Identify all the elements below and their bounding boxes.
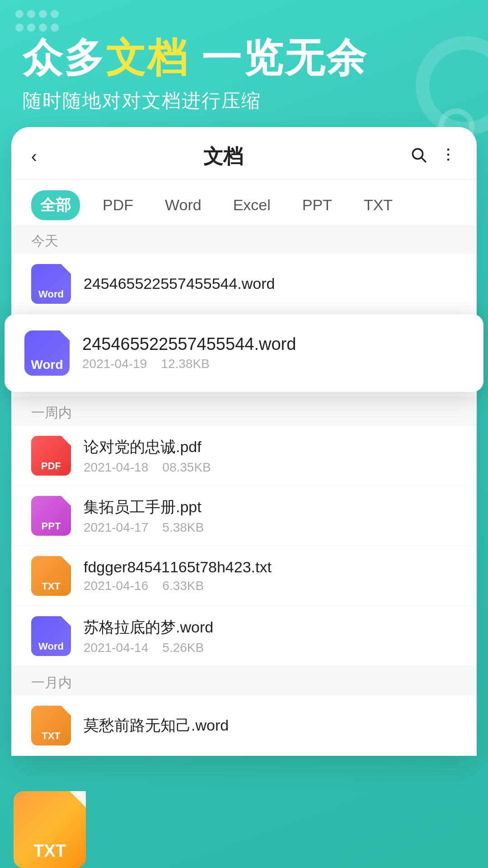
- file-icon-ppt: PPT: [31, 496, 71, 536]
- selected-file-meta: 2021-04-19 12.38KB: [82, 357, 464, 371]
- tab-word[interactable]: Word: [156, 192, 211, 218]
- section-label-week: 一周内: [11, 396, 477, 426]
- svg-point-3: [447, 148, 450, 151]
- file-name-preview: 245465522557455544.word: [84, 275, 457, 292]
- main-card: ‹ 文档 全部 PDF Word Excel PPT TXT 今天: [11, 127, 477, 756]
- hero-subtitle: 随时随地对对文档进行压缩: [23, 88, 465, 113]
- selected-file-date: 2021-04-19: [82, 357, 147, 371]
- svg-line-2: [422, 158, 426, 162]
- file-icon-txt2: TXT: [31, 706, 71, 745]
- hero-title-highlight: 文档: [106, 35, 189, 80]
- file-info-pdf: 论对党的忠诚.pdf 2021-04-18 08.35KB: [84, 437, 457, 475]
- section-label-month: 一月内: [11, 666, 477, 696]
- file-name-pdf: 论对党的忠诚.pdf: [84, 437, 457, 458]
- svg-point-5: [447, 159, 450, 161]
- file-info-last: 莫愁前路无知己.word: [84, 715, 457, 736]
- file-name-word2: 苏格拉底的梦.word: [84, 617, 457, 638]
- tab-ppt[interactable]: PPT: [293, 192, 341, 218]
- file-meta-word2: 2021-04-14 5.26KB: [84, 641, 457, 655]
- file-icon-pdf: PDF: [31, 436, 71, 476]
- file-name-ppt: 集拓员工手册.ppt: [84, 497, 457, 518]
- header-icons: [410, 146, 457, 167]
- selected-file-size: 12.38KB: [161, 357, 209, 371]
- floating-txt-icon: TXT: [14, 791, 86, 868]
- file-info-preview: 245465522557455544.word: [84, 275, 457, 292]
- selected-file-info: 245465522557455544.word 2021-04-19 12.38…: [82, 335, 464, 371]
- filter-tabs: 全部 PDF Word Excel PPT TXT: [11, 179, 477, 225]
- card-header: ‹ 文档: [11, 127, 477, 179]
- hero-title: 众多文档 一览无余: [23, 36, 465, 80]
- tab-txt[interactable]: TXT: [355, 192, 402, 218]
- list-item[interactable]: PPT 集拓员工手册.ppt 2021-04-17 5.38KB: [11, 486, 477, 546]
- list-item[interactable]: PDF 论对党的忠诚.pdf 2021-04-18 08.35KB: [11, 426, 477, 486]
- file-name-last: 莫愁前路无知己.word: [84, 715, 457, 736]
- hero-section: 众多文档 一览无余 随时随地对对文档进行压缩: [0, 0, 488, 113]
- hero-title-part1: 众多: [23, 35, 106, 80]
- tab-all[interactable]: 全部: [31, 190, 80, 220]
- tab-excel[interactable]: Excel: [224, 192, 280, 218]
- section-label-today: 今天: [11, 225, 477, 254]
- file-icon-word-preview: Word: [31, 264, 71, 304]
- back-button[interactable]: ‹: [31, 147, 37, 166]
- file-info-txt: fdgger84541165t78h423.txt 2021-04-16 6.3…: [84, 558, 457, 593]
- file-meta-pdf: 2021-04-18 08.35KB: [84, 460, 457, 475]
- more-icon[interactable]: [440, 146, 457, 167]
- search-icon[interactable]: [410, 146, 427, 167]
- file-info-word2: 苏格拉底的梦.word 2021-04-14 5.26KB: [84, 617, 457, 655]
- selected-file-icon: Word: [24, 330, 70, 376]
- svg-point-4: [447, 153, 450, 156]
- list-item[interactable]: TXT 莫愁前路无知己.word: [11, 696, 477, 756]
- file-icon-word2: Word: [31, 616, 71, 656]
- hero-title-part2: 一览无余: [189, 35, 368, 80]
- file-icon-txt: TXT: [31, 556, 71, 596]
- txt-icon-label: TXT: [33, 841, 66, 861]
- selected-file-card[interactable]: Word 245465522557455544.word 2021-04-19 …: [5, 314, 483, 392]
- selected-file-name: 245465522557455544.word: [82, 335, 464, 354]
- list-item[interactable]: Word 苏格拉底的梦.word 2021-04-14 5.26KB: [11, 606, 477, 666]
- file-info-ppt: 集拓员工手册.ppt 2021-04-17 5.38KB: [84, 497, 457, 535]
- file-item-preview[interactable]: Word 245465522557455544.word: [11, 254, 477, 314]
- tab-pdf[interactable]: PDF: [94, 192, 142, 218]
- list-item[interactable]: TXT fdgger84541165t78h423.txt 2021-04-16…: [11, 546, 477, 606]
- card-title: 文档: [203, 143, 243, 170]
- file-meta-ppt: 2021-04-17 5.38KB: [84, 520, 457, 535]
- file-name-txt: fdgger84541165t78h423.txt: [84, 558, 457, 576]
- file-meta-txt: 2021-04-16 6.33KB: [84, 579, 457, 593]
